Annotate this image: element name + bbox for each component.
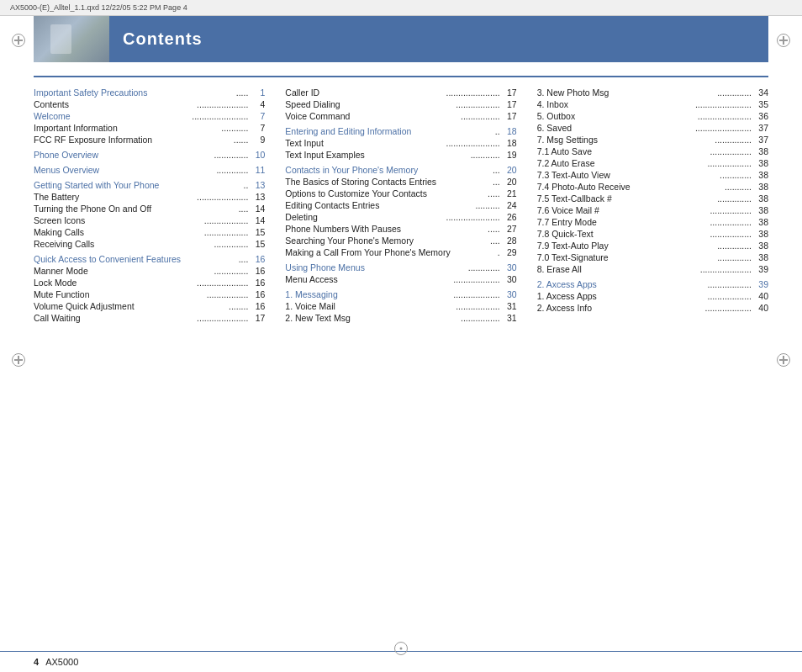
toc-item-text[interactable]: Menus Overview: [34, 165, 216, 175]
toc-item: Phone Overview .............. 10: [34, 150, 265, 160]
toc-item-page: 37: [752, 135, 768, 145]
toc-item-dots: ...........: [221, 123, 248, 133]
toc-item: Voice Command ................ 17: [285, 111, 516, 121]
toc-item-text: The Battery: [34, 192, 197, 202]
toc-item-dots: ......................: [446, 212, 499, 222]
toc-item-text: Mute Function: [34, 289, 207, 299]
toc-item-page: 37: [752, 123, 768, 133]
toc-item-text: 1. Voice Mail: [285, 301, 456, 311]
toc-item: 7.9 Text-Auto Play .............. 38: [537, 241, 768, 251]
toc-item-dots: ..................: [456, 99, 500, 109]
toc-item-text: Deleting: [285, 212, 446, 222]
toc-item-text: 7.8 Quick-Text: [537, 229, 710, 239]
toc-item: Welcome ....................... 7: [34, 111, 265, 121]
main-content: Contents Important Safety Precautions ..…: [0, 16, 802, 341]
toc-item-text[interactable]: Quick Access to Convenient Features: [34, 254, 239, 264]
toc-item-page: 38: [752, 205, 768, 215]
toc-item: Important Information ........... 7: [34, 123, 265, 133]
toc-item-text: Important Information: [34, 123, 221, 133]
toc-item-text[interactable]: Using Phone Menus: [285, 262, 467, 273]
toc-item-dots: .......................: [695, 99, 752, 109]
toc-column-2: Caller ID ...................... 17Speed…: [285, 87, 516, 325]
toc-item-page: 19: [500, 150, 517, 160]
toc-item-page: 27: [500, 224, 517, 234]
toc-item: Phone Numbers With Pauses ..... 27: [285, 224, 516, 234]
toc-item-page: 31: [500, 313, 517, 323]
toc-item: 4. Inbox ....................... 35: [537, 99, 768, 109]
toc-item-page: 30: [500, 289, 517, 299]
toc-item-page: 13: [248, 192, 265, 202]
brand-name: AX5000: [45, 657, 78, 667]
toc-item: Quick Access to Convenient Features ....…: [34, 254, 265, 264]
toc-item-dots: ....: [239, 204, 249, 214]
toc-item: 7.4 Photo-Auto Receive ........... 38: [537, 182, 768, 192]
toc-column-3: 3. New Photo Msg .............. 344. Inb…: [537, 87, 768, 325]
toc-item: 2. New Text Msg ................ 31: [285, 313, 516, 323]
toc-item-dots: ....: [239, 254, 249, 264]
toc-item: 5. Outbox ...................... 36: [537, 111, 768, 121]
toc-item-dots: ......................: [698, 111, 752, 121]
toc-item-dots: .................: [710, 217, 752, 227]
toc-item-text: Options to Customize Your Contacts: [285, 188, 488, 198]
toc-item-page: 1: [248, 87, 265, 98]
toc-item: Mute Function ................. 16: [34, 289, 265, 299]
toc-item: 2. Axcess Info ................... 40: [537, 303, 768, 313]
toc-item-dots: .......................: [192, 111, 248, 121]
toc-item: 3. New Photo Msg .............. 34: [537, 87, 768, 98]
header-section: Contents: [34, 16, 768, 62]
toc-item-dots: .............: [720, 170, 752, 180]
header-title-bar: Contents: [109, 16, 768, 62]
toc-item: Text Input ...................... 18: [285, 138, 516, 148]
toc-item: Receiving Calls .............. 15: [34, 239, 265, 249]
toc-item-page: 16: [248, 278, 265, 288]
toc-item: 2. Axcess Apps .................. 39: [537, 279, 768, 289]
toc-item-text[interactable]: Welcome: [34, 111, 192, 121]
toc-item-dots: ..................: [707, 279, 752, 289]
toc-item: 7.0 Text-Signature .............. 38: [537, 252, 768, 262]
toc-item-text[interactable]: 1. Messaging: [285, 289, 453, 299]
toc-item-dots: ..............: [214, 150, 248, 160]
toc-item-text[interactable]: 2. Axcess Apps: [537, 279, 708, 289]
toc-item: Screen Icons .................. 14: [34, 215, 265, 225]
toc-item-dots: ..................: [707, 291, 752, 301]
toc-item-page: 26: [500, 212, 517, 222]
toc-item-dots: ...................: [453, 289, 499, 299]
toc-item-page: 7: [248, 111, 265, 121]
toc-item-dots: ......................: [446, 138, 499, 148]
toc-item-page: 38: [752, 146, 768, 156]
toc-item-text: Call Waiting: [34, 313, 197, 323]
toc-item: Volume Quick Adjustment ........ 16: [34, 301, 265, 311]
toc-item-dots: .............: [216, 165, 248, 175]
toc-item-page: 9: [248, 135, 265, 145]
toc-item-page: 38: [752, 193, 768, 204]
toc-item-text[interactable]: Getting Started with Your Phone: [34, 180, 243, 190]
toc-item-text: 7.2 Auto Erase: [537, 158, 708, 168]
toc-item-dots: .....................: [197, 278, 248, 288]
toc-item: 7.8 Quick-Text ................. 38: [537, 229, 768, 239]
header-divider: [34, 76, 768, 77]
toc-item-page: 13: [248, 180, 265, 190]
toc-item: Turning the Phone On and Off .... 14: [34, 204, 265, 214]
toc-item-page: 17: [500, 87, 517, 98]
toc-item-dots: .....: [488, 188, 500, 198]
toc-item-text[interactable]: Contacts in Your Phone's Memory: [285, 165, 493, 175]
toc-item-text: 7.5 Text-Callback #: [537, 193, 718, 204]
toc-item: Speed Dialing .................. 17: [285, 99, 516, 109]
toc-item-text: 8. Erase All: [537, 264, 700, 274]
header-image: [34, 16, 109, 62]
toc-item-text[interactable]: Important Safety Precautions: [34, 87, 236, 98]
toc-item-page: 31: [500, 301, 517, 311]
toc-item: Contents ..................... 4: [34, 99, 265, 109]
toc-item-page: 15: [248, 239, 265, 249]
toc-item-dots: .............: [468, 262, 500, 273]
toc-item-dots: .....................: [197, 192, 248, 202]
toc-item-page: 16: [248, 289, 265, 299]
toc-item-text: Speed Dialing: [285, 99, 456, 109]
toc-item-dots: .....: [488, 224, 500, 234]
toc-item-dots: .................: [710, 146, 752, 156]
toc-item-page: 39: [752, 264, 768, 274]
toc-item-dots: ...: [493, 177, 500, 187]
toc-item-text[interactable]: Phone Overview: [34, 150, 214, 160]
toc-item-text[interactable]: Entering and Editing Information: [285, 126, 494, 136]
toc-item-page: 35: [752, 99, 768, 109]
